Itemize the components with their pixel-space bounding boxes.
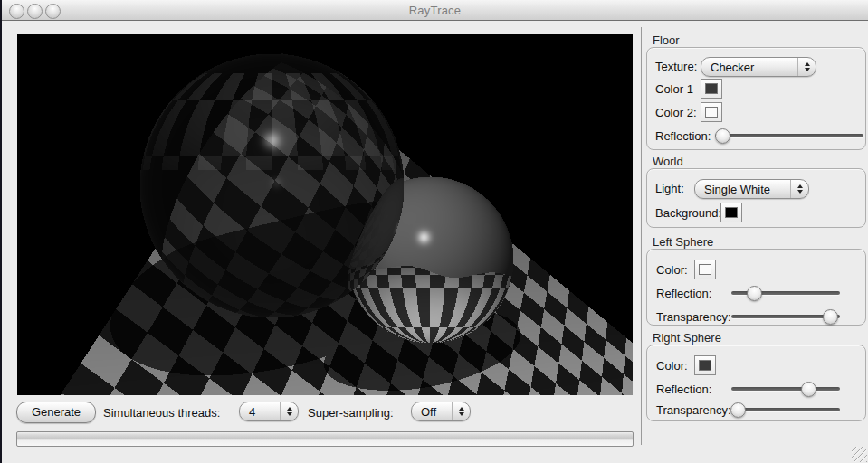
slider-knob[interactable]	[747, 286, 762, 301]
left-sphere-group-label: Left Sphere	[653, 235, 713, 249]
floor-texture-popup[interactable]: Checker	[701, 57, 816, 77]
popup-arrows-icon	[797, 58, 816, 76]
floor-color2-well[interactable]	[701, 102, 722, 122]
floor-reflection-slider[interactable]	[715, 128, 863, 143]
floor-group-label: Floor	[653, 33, 680, 47]
left-sphere-transparency-label: Transparency:	[656, 310, 731, 324]
right-sphere-reflection-slider[interactable]	[731, 382, 840, 396]
slider-knob[interactable]	[823, 309, 838, 325]
floor-reflection-label: Reflection:	[655, 129, 711, 143]
right-sphere-color-label: Color:	[656, 359, 688, 373]
world-group-label: World	[653, 155, 683, 168]
progress-bar	[16, 431, 634, 447]
render-view	[17, 34, 633, 395]
slider-track	[731, 387, 840, 391]
right-sphere-transparency-slider[interactable]	[731, 402, 840, 417]
resize-grip-icon[interactable]	[852, 447, 867, 462]
world-background-swatch	[725, 207, 738, 218]
slider-knob[interactable]	[801, 382, 816, 397]
world-light-label: Light:	[655, 182, 684, 195]
floor-color1-well[interactable]	[701, 79, 722, 99]
panel-separator	[641, 27, 642, 445]
floor-color2-label: Color 2:	[655, 106, 697, 119]
left-sphere-transparency-slider[interactable]	[731, 309, 840, 324]
floor-texture-label: Texture:	[655, 60, 697, 73]
window-title: RayTrace	[2, 4, 868, 17]
threads-popup[interactable]: 4	[239, 402, 299, 421]
floor-color2-swatch	[705, 107, 718, 118]
floor-color1-label: Color 1	[655, 82, 693, 96]
popup-arrows-icon	[280, 402, 298, 420]
popup-arrows-icon	[790, 180, 808, 198]
left-sphere-color-swatch	[699, 264, 711, 275]
right-sphere-color-swatch	[699, 360, 711, 371]
slider-knob[interactable]	[730, 402, 746, 418]
right-sphere-transparency-label: Transparency:	[656, 403, 731, 417]
world-light-popup[interactable]: Single White	[694, 179, 809, 199]
right-sphere-reflection-label: Reflection:	[656, 383, 711, 396]
slider-track	[715, 134, 863, 137]
slider-track	[731, 408, 840, 411]
world-light-popup-value: Single White	[695, 183, 790, 196]
world-background-well[interactable]	[720, 203, 742, 222]
slider-knob[interactable]	[715, 128, 730, 144]
right-sphere-color-well[interactable]	[694, 355, 716, 375]
floor-color1-swatch	[705, 83, 718, 94]
supersampling-popup-value: Off	[412, 405, 452, 419]
threads-popup-value: 4	[240, 405, 280, 419]
generate-button[interactable]: Generate	[16, 402, 96, 423]
left-sphere-color-label: Color:	[656, 263, 688, 277]
popup-arrows-icon	[452, 402, 470, 420]
supersampling-label: Super-sampling:	[308, 406, 394, 420]
threads-label: Simultaneous threads:	[103, 406, 220, 420]
title-bar: RayTrace	[2, 0, 868, 21]
world-background-label: Background:	[655, 206, 721, 220]
floor-texture-popup-value: Checker	[701, 61, 797, 74]
left-sphere-reflection-slider[interactable]	[731, 286, 840, 300]
supersampling-popup[interactable]: Off	[411, 402, 471, 421]
left-sphere-color-well[interactable]	[694, 260, 716, 279]
app-window: RayTrace Floor Texture: Checker Color 1 …	[2, 0, 868, 463]
right-sphere-group-label: Right Sphere	[653, 331, 721, 345]
left-sphere-reflection-label: Reflection:	[656, 287, 711, 300]
